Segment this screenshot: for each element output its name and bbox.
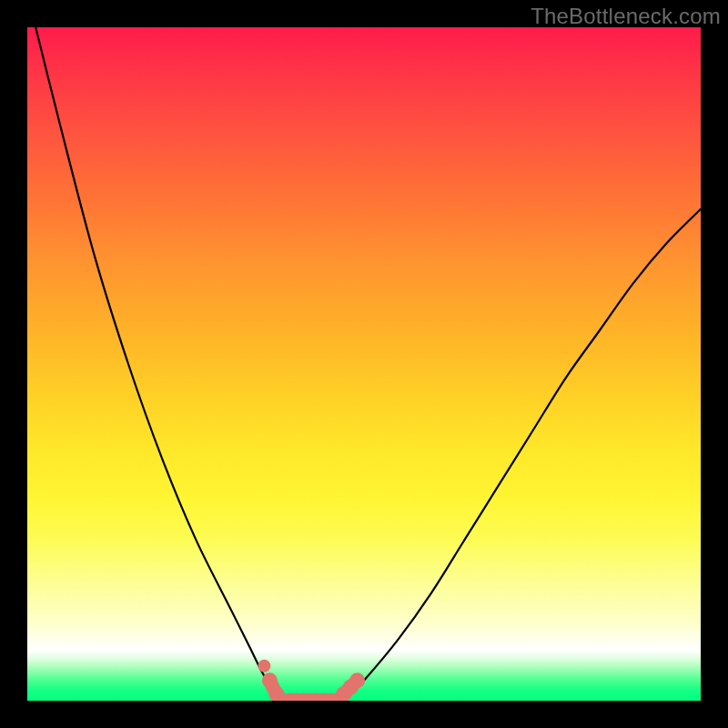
chart-frame: TheBottleneck.com [0,0,728,728]
plot-area [27,27,701,701]
svg-point-13 [349,672,365,688]
curve-layer [27,27,701,701]
svg-point-14 [258,660,270,672]
sweet-spot-band [258,660,365,701]
bottleneck-curve [27,27,701,701]
watermark-text: TheBottleneck.com [531,4,721,29]
svg-point-0 [262,672,278,688]
